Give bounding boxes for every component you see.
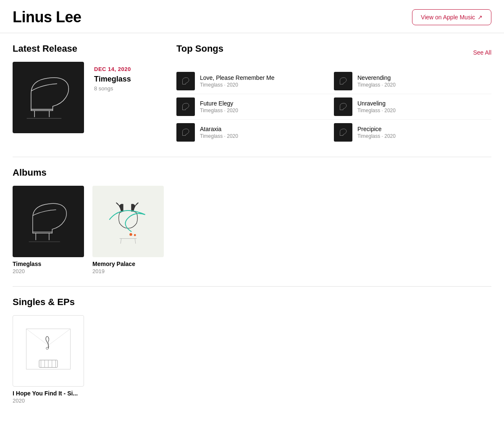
external-link-icon: ↗ (478, 14, 483, 21)
top-songs-section: Top Songs See All Love, Please Remember … (176, 43, 491, 145)
song-title: Unraveling (357, 100, 491, 107)
singles-grid: I Hope You Find It - Si... 2020 (13, 315, 491, 404)
svg-point-8 (129, 233, 132, 236)
single-name: I Hope You Find It - Si... (13, 390, 84, 397)
song-info: Precipice Timeglass · 2020 (357, 126, 491, 139)
apple-music-button[interactable]: View on Apple Music ↗ (412, 9, 491, 25)
single-artwork (13, 315, 84, 387)
song-artwork (176, 72, 195, 90)
top-songs-title: Top Songs (176, 43, 223, 54)
latest-release-info: DEC 14, 2020 Timeglass 8 songs (94, 62, 131, 92)
list-item[interactable]: Love, Please Remember Me Timeglass · 202… (176, 68, 334, 94)
list-item[interactable]: Precipice Timeglass · 2020 (334, 120, 491, 145)
song-subtitle: Timeglass · 2020 (357, 133, 491, 139)
latest-release-title: Latest Release (13, 43, 176, 54)
song-info: Unraveling Timeglass · 2020 (357, 100, 491, 113)
song-subtitle: Timeglass · 2020 (357, 108, 491, 113)
list-item[interactable]: Unraveling Timeglass · 2020 (334, 94, 491, 120)
album-year: 2019 (92, 268, 164, 274)
release-songs-count: 8 songs (94, 85, 131, 92)
album-artwork (92, 186, 164, 257)
album-item[interactable]: Timeglass 2020 (13, 186, 84, 274)
albums-section: Albums Timeglass 2020 (0, 157, 504, 274)
album-name: Memory Palace (92, 261, 164, 267)
song-title: Love, Please Remember Me (200, 74, 334, 81)
song-subtitle: Timeglass · 2020 (200, 133, 334, 139)
header: Linus Lee View on Apple Music ↗ (0, 0, 504, 33)
top-songs-header: Top Songs See All (176, 43, 491, 62)
song-artwork (334, 123, 352, 142)
svg-line-18 (48, 329, 71, 345)
songs-column-right: Neverending Timeglass · 2020 Unraveling (334, 68, 491, 145)
song-subtitle: Timeglass · 2020 (200, 108, 334, 113)
album-item[interactable]: Memory Palace 2019 (92, 186, 164, 274)
song-artwork (334, 97, 352, 116)
song-title: Future Elegy (200, 100, 334, 107)
single-item[interactable]: I Hope You Find It - Si... 2020 (13, 315, 84, 404)
song-title: Precipice (357, 126, 491, 132)
latest-release-artwork[interactable] (13, 62, 84, 133)
svg-line-17 (26, 329, 49, 345)
songs-columns: Love, Please Remember Me Timeglass · 202… (176, 68, 491, 145)
list-item[interactable]: Future Elegy Timeglass · 2020 (176, 94, 334, 120)
svg-point-25 (46, 347, 48, 349)
song-info: Love, Please Remember Me Timeglass · 202… (200, 74, 334, 88)
song-info: Future Elegy Timeglass · 2020 (200, 100, 334, 113)
apple-music-label: View on Apple Music (421, 14, 475, 21)
release-album-title: Timeglass (94, 75, 131, 84)
song-title: Ataraxia (200, 126, 334, 132)
release-date: DEC 14, 2020 (94, 66, 131, 72)
albums-grid: Timeglass 2020 (13, 186, 491, 274)
artist-name: Linus Lee (13, 8, 81, 26)
list-item[interactable]: Neverending Timeglass · 2020 (334, 68, 491, 94)
songs-column-left: Love, Please Remember Me Timeglass · 202… (176, 68, 334, 145)
song-info: Ataraxia Timeglass · 2020 (200, 126, 334, 139)
main-content: Latest Release (0, 33, 504, 145)
singles-title: Singles & EPs (13, 297, 491, 308)
song-subtitle: Timeglass · 2020 (200, 82, 334, 88)
song-artwork (176, 123, 195, 142)
single-year: 2020 (13, 398, 84, 404)
list-item[interactable]: Ataraxia Timeglass · 2020 (176, 120, 334, 145)
album-name: Timeglass (13, 261, 84, 267)
album-artwork (13, 186, 84, 257)
song-info: Neverending Timeglass · 2020 (357, 74, 491, 88)
song-artwork (176, 97, 195, 116)
svg-line-12 (135, 239, 136, 244)
album-year: 2020 (13, 268, 84, 274)
svg-line-11 (121, 239, 121, 244)
albums-title: Albums (13, 167, 491, 178)
song-artwork (334, 72, 352, 90)
see-all-button[interactable]: See All (473, 49, 491, 56)
song-title: Neverending (357, 74, 491, 81)
singles-section: Singles & EPs (0, 287, 504, 421)
latest-release-section: Latest Release (13, 43, 176, 145)
svg-point-9 (134, 234, 136, 236)
latest-release-grid: DEC 14, 2020 Timeglass 8 songs (13, 62, 176, 133)
song-subtitle: Timeglass · 2020 (357, 82, 491, 88)
